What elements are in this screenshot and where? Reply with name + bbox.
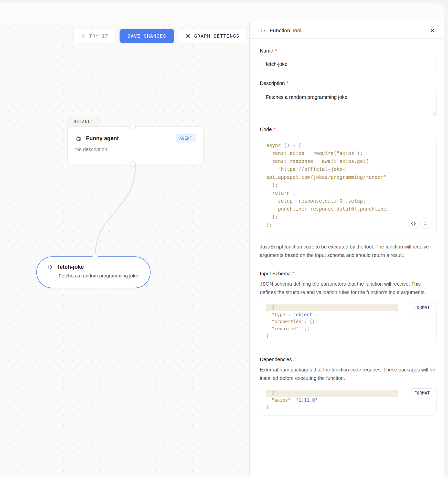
play-icon	[80, 33, 86, 39]
code-icon	[47, 264, 53, 270]
graph-settings-button[interactable]: GRAPH SETTINGS	[178, 29, 246, 43]
app-window: TRY IT SAVE CHANGES	[0, 3, 444, 477]
graph-settings-label: GRAPH SETTINGS	[194, 33, 239, 39]
gear-icon	[185, 33, 191, 39]
resize-handle-icon[interactable]	[432, 112, 435, 116]
name-label-text: Name	[260, 48, 273, 54]
expand-icon	[423, 221, 428, 225]
dependencies-helper-text: External npm packages that the function …	[260, 366, 437, 382]
canvas-toolbar: TRY IT SAVE CHANGES	[73, 29, 246, 43]
required-asterisk: *	[275, 48, 277, 54]
code-label-text: Code	[260, 127, 272, 132]
function-tool-icon	[260, 27, 266, 34]
code-label: Code*	[260, 127, 437, 132]
tool-node-title: fetch-joke	[58, 264, 84, 270]
required-asterisk: *	[292, 271, 294, 276]
description-label: Description*	[260, 80, 437, 86]
graph-canvas[interactable]: TRY IT SAVE CHANGES	[0, 22, 250, 477]
braces-button[interactable]: {}	[409, 218, 418, 228]
close-button[interactable]	[429, 27, 436, 34]
required-asterisk: *	[287, 80, 289, 86]
name-input[interactable]	[260, 57, 437, 71]
function-tool-panel: Function Tool Name* Description*	[250, 22, 444, 477]
edge	[0, 22, 250, 477]
code-editor[interactable]: async () ⇒ { const axios = require("axio…	[260, 136, 437, 234]
dependencies-label-text: Dependencies	[260, 357, 292, 362]
default-tag: DEFAULT	[67, 117, 100, 127]
dependencies-editor[interactable]: { "axios": "1.11.0"} FORMAT	[260, 386, 437, 416]
dependencies-label: Dependencies	[260, 357, 437, 362]
required-asterisk: *	[274, 127, 276, 132]
description-textarea[interactable]: Fetches a random programming joke	[260, 90, 437, 117]
format-button[interactable]: FORMAT	[410, 303, 434, 312]
input-schema-label: Input Schema*	[260, 271, 437, 277]
agent-badge: AGENT	[176, 134, 196, 142]
name-label: Name*	[260, 48, 437, 54]
description-label-text: Description	[260, 80, 285, 86]
top-bar	[0, 3, 444, 22]
try-it-label: TRY IT	[89, 33, 109, 39]
tool-node-description: Fetches a random programming joke	[59, 273, 150, 279]
braces-icon: {}	[411, 221, 416, 226]
agent-node[interactable]: Funny agent AGENT No description	[67, 126, 204, 164]
agent-node-description: No description	[75, 147, 196, 152]
default-tag-label: DEFAULT	[74, 119, 93, 124]
panel-header: Function Tool	[250, 22, 444, 39]
format-button[interactable]: FORMAT	[410, 388, 434, 398]
input-schema-helper-text: JSON schema defining the parameters that…	[260, 280, 437, 297]
tool-node[interactable]: fetch-joke Fetches a random programming …	[36, 256, 151, 288]
robot-icon	[75, 135, 82, 142]
node-handle-bottom[interactable]	[130, 161, 136, 167]
node-handle-tool-top[interactable]	[92, 254, 98, 260]
panel-title: Function Tool	[270, 27, 302, 34]
save-changes-label: SAVE CHANGES	[127, 33, 166, 39]
save-changes-button[interactable]: SAVE CHANGES	[120, 29, 174, 43]
expand-button[interactable]	[421, 218, 430, 228]
input-schema-editor[interactable]: { "type": "object", "properties": {}, "r…	[260, 300, 437, 344]
agent-node-title: Funny agent	[86, 135, 119, 142]
try-it-button[interactable]: TRY IT	[73, 29, 115, 43]
node-handle-top[interactable]	[130, 124, 136, 129]
input-schema-label-text: Input Schema	[260, 271, 291, 276]
code-editor-content: async () ⇒ { const axios = require("axio…	[260, 141, 436, 229]
code-helper-text: JavaScript function code to be executed …	[260, 243, 437, 260]
close-icon	[430, 28, 435, 33]
